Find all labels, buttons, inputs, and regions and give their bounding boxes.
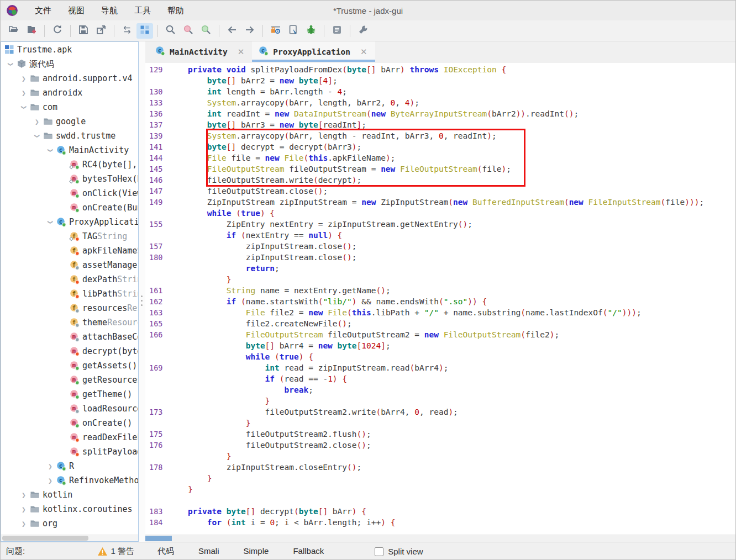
- forward-button[interactable]: [241, 23, 258, 39]
- method-icon: m: [70, 432, 80, 442]
- class-icon: c: [56, 217, 66, 227]
- tree-expand-icon[interactable]: ❯: [46, 216, 55, 228]
- text-search-button[interactable]: [180, 23, 197, 39]
- tree-item-rc4-byte-string[interactable]: mRC4(byte[], String): [1, 157, 138, 172]
- tree-item-getassets[interactable]: mgetAssets(): [1, 358, 138, 373]
- tree-item-resources[interactable]: fresources Resources: [1, 301, 138, 315]
- tab-proxyapplication[interactable]: cProxyApplication✕: [252, 41, 375, 62]
- tree-expand-icon[interactable]: ❯: [18, 75, 30, 83]
- tree-item-refinvokemethod[interactable]: ❯cRefinvokeMethod: [1, 473, 138, 488]
- warning-indicator[interactable]: 1 警告: [98, 546, 134, 557]
- code-line-155: 155 ZipEntry nextEntry = zipInputStream.…: [145, 219, 735, 230]
- tree-item-源代码[interactable]: ❯源代码: [1, 57, 138, 71]
- export-button[interactable]: [93, 23, 109, 39]
- tree-item-kotlinx-coroutines[interactable]: ❯kotlinx.coroutines: [1, 502, 138, 516]
- tab-close-icon[interactable]: ✕: [238, 47, 245, 57]
- tree-item-r[interactable]: ❯cR: [1, 459, 138, 473]
- tree-item-mainactivity[interactable]: ❯cMainActivity: [1, 143, 138, 157]
- svg-text:c: c: [261, 47, 265, 54]
- deobfuscation-toggle[interactable]: [267, 23, 284, 39]
- split-view-control[interactable]: Split view: [375, 547, 423, 556]
- search-red-icon: [183, 24, 194, 38]
- tree-item-onclick-view[interactable]: monClick(View): [1, 186, 138, 200]
- menu-item-file[interactable]: 文件: [28, 3, 58, 18]
- search-button[interactable]: [162, 23, 179, 39]
- line-number: 149: [145, 197, 169, 208]
- view-mode-simple[interactable]: Simple: [236, 544, 277, 559]
- tree-item-dexpath[interactable]: fdexPath String: [1, 272, 138, 287]
- view-mode-fallback[interactable]: Fallback: [285, 544, 332, 559]
- tree-item-libpath[interactable]: flibPath String: [1, 287, 138, 301]
- tree-item-com[interactable]: ❯com: [1, 100, 138, 114]
- tree-expand-icon[interactable]: ❯: [18, 520, 30, 528]
- tree-item-assetmanager[interactable]: fassetManager AssetManager: [1, 258, 138, 272]
- code-line-141: 141 byte[] decrypt = decrypt(bArr3);: [145, 141, 735, 152]
- line-number: 173: [145, 406, 169, 418]
- log-viewer-button[interactable]: [329, 23, 345, 39]
- tree-expand-icon[interactable]: ❯: [18, 491, 30, 499]
- tree-item-androidx[interactable]: ❯androidx: [1, 86, 138, 100]
- view-mode-代码[interactable]: 代码: [150, 544, 182, 559]
- line-number: 155: [145, 219, 169, 230]
- flatten-packages-toggle[interactable]: [119, 23, 135, 39]
- menu-item-tools[interactable]: 工具: [128, 3, 157, 18]
- tab-close-icon[interactable]: ✕: [360, 47, 367, 57]
- tree-item-decrypt-byte[interactable]: mdecrypt(byte[]): [1, 344, 138, 358]
- project-tree[interactable]: Trustme.apk❯源代码❯android.support.v4❯andro…: [1, 42, 138, 535]
- tree-expand-icon[interactable]: ❯: [18, 505, 30, 514]
- code-line-130: 130 int length = bArr.length - 4;: [145, 86, 735, 97]
- svg-text:f: f: [72, 261, 76, 268]
- tree-item-oncreate-bundle[interactable]: monCreate(Bundle): [1, 200, 138, 215]
- tree-item-oncreate[interactable]: monCreate(): [1, 416, 138, 430]
- tree-item-apkfilename[interactable]: fapkFileName String: [1, 244, 138, 258]
- save-all-button[interactable]: [75, 23, 92, 39]
- menu-item-navigation[interactable]: 导航: [94, 3, 124, 18]
- tree-item-google[interactable]: ❯google: [1, 114, 138, 129]
- show-packages-toggle[interactable]: [136, 23, 153, 39]
- tree-item-gettheme[interactable]: mgetTheme(): [1, 387, 138, 401]
- tree-item-attachbasecontext-context[interactable]: mattachBaseContext(Context): [1, 330, 138, 344]
- tree-item-readdexfilefromapk[interactable]: mreadDexFileFromApk(): [1, 430, 138, 445]
- tree-item-kotlin[interactable]: ❯kotlin: [1, 488, 138, 502]
- tree-item-getresources[interactable]: mgetResources(): [1, 373, 138, 387]
- tree-expand-icon[interactable]: ❯: [46, 144, 55, 156]
- tree-item-proxyapplication[interactable]: ❯cProxyApplication: [1, 215, 138, 229]
- tree-expand-icon[interactable]: ❯: [44, 477, 56, 485]
- quark-button[interactable]: [285, 23, 302, 39]
- tree-item-android-support-v4[interactable]: ❯android.support.v4: [1, 71, 138, 86]
- menu-item-help[interactable]: 帮助: [161, 3, 191, 18]
- class-icon: c: [56, 461, 66, 471]
- view-mode-smali[interactable]: Smali: [191, 544, 227, 559]
- code-line-129: 129 private void splitPayloadFromDex(byt…: [145, 64, 735, 75]
- class-search-button[interactable]: [198, 23, 214, 39]
- preferences-button[interactable]: [355, 23, 371, 39]
- code-editor[interactable]: 129 private void splitPayloadFromDex(byt…: [145, 62, 735, 535]
- reload-button[interactable]: [49, 23, 66, 39]
- back-button[interactable]: [224, 23, 240, 39]
- tree-item-loadresources-string[interactable]: mloadResources(String): [1, 401, 138, 416]
- tree-expand-icon[interactable]: ❯: [33, 130, 41, 142]
- tree-item-trustme-apk[interactable]: Trustme.apk: [1, 43, 138, 57]
- split-view-checkbox[interactable]: [375, 547, 383, 556]
- tree-item-tag[interactable]: fTAG String: [1, 229, 138, 244]
- tree-expand-icon[interactable]: ❯: [7, 58, 15, 70]
- tree-item-theme[interactable]: ftheme Resources.Theme: [1, 315, 138, 330]
- tree-item-splitpayloadfromdex-byte[interactable]: msplitPayloadFromDex(byte[]): [1, 445, 138, 459]
- open-file-button[interactable]: [6, 23, 22, 39]
- add-files-button[interactable]: [23, 23, 40, 39]
- tree-expand-icon[interactable]: ❯: [31, 118, 43, 126]
- debug-button[interactable]: [303, 23, 319, 39]
- tree-expand-icon[interactable]: ❯: [18, 89, 30, 97]
- panel-splitter[interactable]: [139, 41, 145, 542]
- code-scrollbar-thumb[interactable]: [145, 536, 172, 541]
- tree-item-bytestohex-byte[interactable]: mbytesToHex(byte[]): [1, 172, 138, 186]
- tab-mainactivity[interactable]: cMainActivity✕: [149, 41, 252, 62]
- tree-scrollbar-thumb[interactable]: [2, 536, 88, 541]
- tree-horizontal-scrollbar[interactable]: [1, 535, 138, 541]
- tree-expand-icon[interactable]: ❯: [20, 101, 28, 113]
- menu-item-view[interactable]: 视图: [61, 3, 91, 18]
- tree-item-org[interactable]: ❯org: [1, 516, 138, 531]
- tree-expand-icon[interactable]: ❯: [44, 462, 56, 471]
- code-horizontal-scrollbar[interactable]: [145, 535, 735, 542]
- tree-item-swdd-trustme[interactable]: ❯swdd.trustme: [1, 129, 138, 143]
